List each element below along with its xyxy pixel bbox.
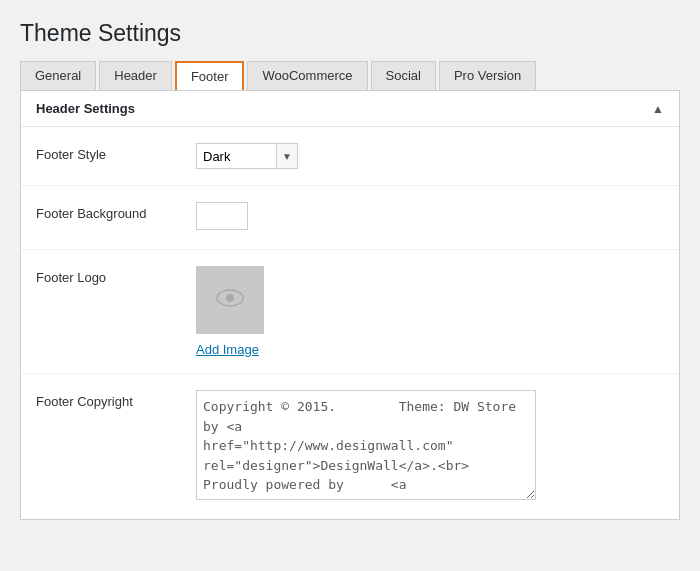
tab-woocommerce[interactable]: WooCommerce <box>247 61 367 90</box>
tab-general[interactable]: General <box>20 61 96 90</box>
eye-icon <box>216 289 244 312</box>
tab-footer[interactable]: Footer <box>175 61 245 90</box>
logo-placeholder <box>196 266 264 334</box>
svg-point-1 <box>226 294 234 302</box>
footer-style-control <box>196 143 664 169</box>
panel-header: Header Settings ▲ <box>21 91 679 127</box>
footer-background-swatch[interactable] <box>196 202 248 230</box>
panel-title: Header Settings <box>36 101 135 116</box>
footer-logo-row: Footer Logo Add Image <box>21 250 679 374</box>
tab-header[interactable]: Header <box>99 61 172 90</box>
settings-panel: Header Settings ▲ Footer Style Footer Ba… <box>20 90 680 520</box>
footer-copyright-row: Footer Copyright <box>21 374 679 519</box>
footer-background-row: Footer Background <box>21 186 679 250</box>
footer-style-arrow[interactable] <box>276 143 298 169</box>
footer-style-label: Footer Style <box>36 143 196 162</box>
footer-logo-label: Footer Logo <box>36 266 196 285</box>
footer-style-input[interactable] <box>196 143 276 169</box>
page-title: Theme Settings <box>20 20 680 47</box>
footer-logo-control: Add Image <box>196 266 664 357</box>
footer-copyright-textarea[interactable] <box>196 390 536 500</box>
panel-body: Footer Style Footer Background Footer Lo… <box>21 127 679 519</box>
footer-background-control <box>196 202 664 233</box>
footer-copyright-control <box>196 390 664 503</box>
tabs-nav: General Header Footer WooCommerce Social… <box>20 61 680 90</box>
footer-copyright-label: Footer Copyright <box>36 390 196 409</box>
footer-style-row: Footer Style <box>21 127 679 186</box>
add-image-link[interactable]: Add Image <box>196 342 259 357</box>
tab-pro-version[interactable]: Pro Version <box>439 61 536 90</box>
footer-background-label: Footer Background <box>36 202 196 221</box>
tab-social[interactable]: Social <box>371 61 436 90</box>
footer-style-select-wrapper <box>196 143 664 169</box>
collapse-icon[interactable]: ▲ <box>652 102 664 116</box>
